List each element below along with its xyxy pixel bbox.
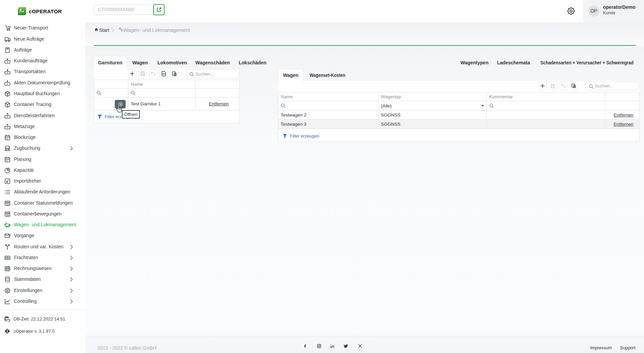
svg-text:xlsx: xlsx: [162, 73, 166, 75]
